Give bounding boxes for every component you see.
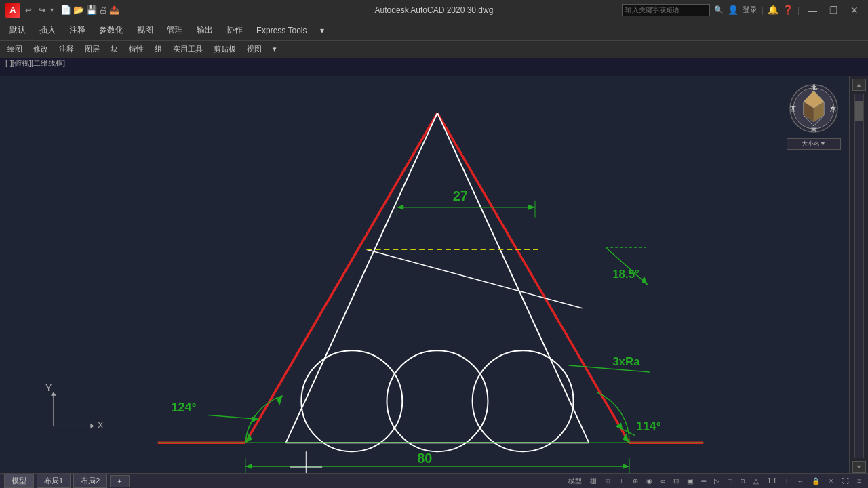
- status-lw[interactable]: ═: [698, 476, 709, 485]
- titlebar-right: 🔍 👤 登录 | 🔔 ❓ | — ❐ ✕: [622, 4, 863, 16]
- titlebar-left: A ↩ ↪ ▾ 📄 📂 💾 🖨 📤: [5, 3, 119, 18]
- tool-draw[interactable]: 绘图: [3, 43, 27, 56]
- drawing-svg: X Y: [0, 76, 868, 473]
- info-icon[interactable]: 🔔: [768, 5, 778, 15]
- menu-item-collaborate[interactable]: 协作: [220, 22, 250, 39]
- autocad-logo: A: [5, 3, 20, 18]
- titlebar-title: Autodesk AutoCAD 2020 30.dwg: [375, 5, 494, 15]
- search-icon: 🔍: [714, 5, 724, 14]
- canvas[interactable]: X Y: [0, 76, 868, 473]
- user-icon: 👤: [728, 5, 738, 15]
- scroll-track[interactable]: [854, 94, 864, 458]
- toolbar2: 绘图 修改 注释 图层 块 特性 组 实用工具 剪贴板 视图 ▾: [0, 41, 868, 58]
- svg-rect-0: [37, 76, 831, 473]
- menu-item-manage[interactable]: 管理: [160, 22, 190, 39]
- status-grid[interactable]: 栅: [587, 476, 599, 487]
- close-button[interactable]: ✕: [846, 5, 863, 16]
- toolbar-plot[interactable]: 🖨: [99, 5, 107, 15]
- status-ducs[interactable]: ⊡: [671, 476, 682, 485]
- login-button[interactable]: 登录: [743, 5, 757, 15]
- compass-svg: 北 南 东 西: [787, 81, 841, 136]
- status-sc[interactable]: ⊙: [737, 476, 748, 485]
- tool-properties[interactable]: 特性: [124, 43, 149, 56]
- search-input[interactable]: [622, 4, 710, 16]
- quick-access-dropdown[interactable]: ▾: [50, 6, 54, 14]
- statusbar: 模型 布局1 布局2 + 模型 栅 ⊞ ⊥ ⊕ ◉ ∞ ⊡ ▣ ═ ▷ □ ⊙ …: [0, 473, 868, 488]
- tool-utility[interactable]: 实用工具: [168, 43, 208, 56]
- svg-text:北: 北: [811, 84, 817, 91]
- status-dyn[interactable]: ▣: [684, 476, 696, 485]
- svg-text:东: 东: [830, 106, 836, 113]
- status-am[interactable]: △: [751, 476, 762, 485]
- quick-access-undo[interactable]: ↩: [23, 5, 34, 15]
- tool-layer[interactable]: 图层: [80, 43, 104, 56]
- toolbar-publish[interactable]: 📤: [109, 5, 119, 15]
- status-qp[interactable]: □: [725, 476, 734, 485]
- minimize-button[interactable]: —: [804, 5, 821, 16]
- tab-layout1[interactable]: 布局1: [37, 474, 71, 488]
- svg-text:X: X: [97, 420, 103, 430]
- svg-text:18.5°: 18.5°: [612, 268, 639, 281]
- tab-add[interactable]: +: [110, 475, 129, 487]
- svg-text:南: 南: [811, 126, 817, 133]
- view-label: [-][俯视][二维线框]: [5, 58, 65, 68]
- status-polar[interactable]: ⊕: [630, 476, 641, 485]
- tool-modify[interactable]: 修改: [28, 43, 53, 56]
- toolbar-save[interactable]: 💾: [86, 5, 97, 15]
- menu-item-insert[interactable]: 插入: [33, 22, 62, 39]
- help-icon[interactable]: ❓: [783, 5, 793, 15]
- svg-text:Y: Y: [45, 382, 52, 393]
- tool-block[interactable]: 块: [106, 43, 123, 56]
- tool-annotate[interactable]: 注释: [54, 43, 79, 56]
- toolbar-new[interactable]: 📄: [60, 5, 71, 15]
- status-snap[interactable]: ⊞: [602, 476, 613, 485]
- toolbar-open[interactable]: 📂: [73, 5, 84, 15]
- svg-text:80: 80: [417, 451, 432, 466]
- menu-item-default[interactable]: 默认: [3, 22, 33, 39]
- menu-item-express-tools[interactable]: Express Tools: [250, 23, 313, 38]
- titlebar: A ↩ ↪ ▾ 📄 📂 💾 🖨 📤 Autodesk AutoCAD 2020 …: [0, 0, 868, 20]
- menubar: 默认 插入 注释 参数化 视图 管理 输出 协作 Express Tools ▾: [0, 20, 868, 41]
- scroll-up[interactable]: ▲: [852, 79, 866, 91]
- menu-item-more[interactable]: ▾: [313, 23, 331, 38]
- svg-text:3xRa: 3xRa: [612, 355, 640, 368]
- status-osnap[interactable]: ◉: [644, 476, 655, 485]
- svg-text:27: 27: [453, 188, 468, 203]
- svg-text:西: 西: [790, 106, 796, 113]
- svg-text:114°: 114°: [636, 420, 661, 433]
- status-ws[interactable]: ↔: [794, 476, 806, 485]
- tab-model[interactable]: 模型: [4, 474, 34, 488]
- status-model[interactable]: 模型: [566, 476, 585, 487]
- menu-item-parametric[interactable]: 参数化: [92, 22, 130, 39]
- compass: 北 南 东 西 大小名▼: [787, 81, 841, 142]
- status-otrack[interactable]: ∞: [658, 476, 668, 485]
- tool-group[interactable]: 组: [150, 43, 167, 56]
- menu-item-output[interactable]: 输出: [190, 22, 220, 39]
- tool-view2[interactable]: 视图: [242, 43, 267, 56]
- menu-item-annotation[interactable]: 注释: [62, 22, 92, 39]
- quick-access-redo[interactable]: ↪: [37, 5, 47, 15]
- status-ortho[interactable]: ⊥: [616, 476, 627, 485]
- scroll-thumb[interactable]: [855, 101, 863, 121]
- status-isolate[interactable]: ☀: [825, 476, 837, 485]
- compass-button[interactable]: 大小名▼: [787, 138, 841, 150]
- tool-more2[interactable]: ▾: [268, 43, 281, 55]
- tool-clipboard[interactable]: 剪贴板: [209, 43, 241, 56]
- status-lock[interactable]: 🔒: [809, 476, 823, 485]
- status-scale[interactable]: 1:1: [764, 476, 779, 485]
- status-fullscreen[interactable]: ⛶: [840, 476, 852, 485]
- scroll-down[interactable]: ▼: [852, 461, 866, 473]
- menu-item-view[interactable]: 视图: [130, 22, 160, 39]
- status-customize[interactable]: ≡: [854, 476, 864, 485]
- tab-layout2[interactable]: 布局2: [73, 474, 107, 488]
- status-tp[interactable]: ▷: [711, 476, 722, 485]
- status-anno[interactable]: +: [782, 476, 791, 485]
- svg-text:124°: 124°: [172, 401, 197, 414]
- right-panel: ▲ ▼: [849, 76, 868, 473]
- restore-button[interactable]: ❐: [825, 5, 842, 16]
